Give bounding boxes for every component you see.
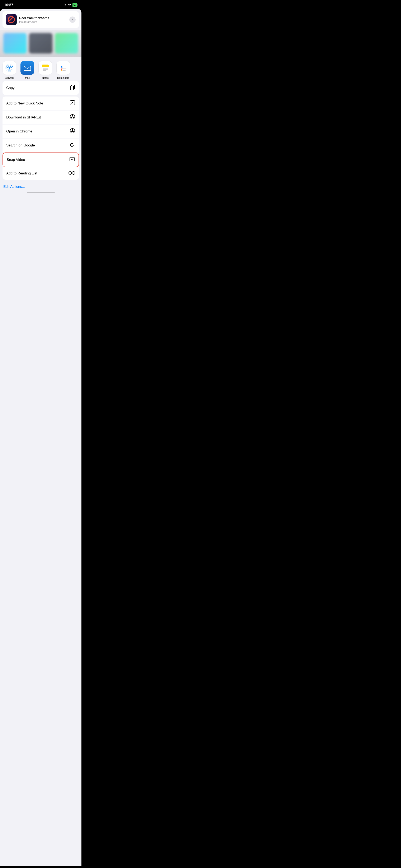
google-label: Search on Google <box>6 143 35 148</box>
preview-thumb-2 <box>29 33 52 54</box>
reading-list-label: Add to Reading List <box>6 171 37 176</box>
battery-indicator: 69 <box>72 3 77 7</box>
airplane-icon: ✈ <box>64 3 66 7</box>
reminders-label: Reminders <box>57 76 69 80</box>
reminders-icon <box>56 61 70 75</box>
notes-label: Notes <box>42 76 49 80</box>
svg-text:G: G <box>70 142 74 148</box>
svg-point-16 <box>61 68 62 69</box>
close-button[interactable]: ✕ <box>69 17 75 23</box>
google-icon: G <box>70 142 75 149</box>
mail-icon <box>21 61 34 75</box>
svg-line-30 <box>71 116 72 117</box>
snap-video-icon <box>69 156 75 163</box>
action-group-1: Copy <box>2 81 79 95</box>
reading-list-icon <box>68 171 75 176</box>
mail-label: Mail <box>25 76 30 80</box>
svg-point-40 <box>69 172 72 175</box>
svg-point-41 <box>72 172 75 175</box>
shareit-icon <box>70 114 75 121</box>
preview-thumb-1 <box>3 33 27 54</box>
svg-point-0 <box>69 5 70 6</box>
preview-thumb-3 <box>55 33 78 54</box>
quick-note-action[interactable]: Add to New Quick Note <box>2 96 79 111</box>
reading-list-action[interactable]: Add to Reading List <box>2 167 79 180</box>
svg-line-36 <box>73 131 74 132</box>
share-title: Reel from thezoomit <box>19 16 67 20</box>
status-bar: 16:57 ✈ 69 <box>0 0 82 9</box>
preview-area <box>0 30 82 57</box>
home-bar <box>27 192 55 193</box>
svg-line-35 <box>70 131 72 132</box>
action-group-2: Add to New Quick Note Download in SHAREi… <box>2 96 79 180</box>
copy-icon <box>70 85 75 91</box>
share-header: Reel from thezoomit instagram.com ✕ <box>2 11 79 28</box>
shareit-action[interactable]: Download in SHAREit <box>2 111 79 125</box>
airdrop-icon <box>2 61 16 75</box>
close-icon: ✕ <box>71 18 74 21</box>
quick-note-label: Add to New Quick Note <box>6 101 43 105</box>
svg-point-27 <box>72 115 73 116</box>
share-url: instagram.com <box>19 20 67 23</box>
svg-rect-23 <box>70 86 73 90</box>
share-info: Reel from thezoomit instagram.com <box>19 16 67 23</box>
notes-icon <box>38 61 52 75</box>
apps-row: AirDrop Mail <box>0 59 82 81</box>
airdrop-label: AirDrop <box>5 76 14 80</box>
svg-point-18 <box>61 70 62 71</box>
chrome-action[interactable]: Open in Chrome <box>2 125 79 138</box>
svg-rect-8 <box>42 66 49 67</box>
edit-actions[interactable]: Edit Actions... <box>0 181 82 190</box>
edit-actions-label: Edit Actions... <box>3 185 25 189</box>
share-sheet: Reel from thezoomit instagram.com ✕ <box>0 9 82 866</box>
google-action[interactable]: Search on Google G <box>2 138 79 153</box>
shareit-label: Download in SHAREit <box>6 115 41 120</box>
app-item-notes[interactable]: Notes <box>38 61 52 80</box>
no-sign-icon <box>8 16 15 23</box>
snap-video-label: Snap Video <box>7 158 25 162</box>
app-item-mail[interactable]: Mail <box>21 61 34 80</box>
content-thumbnail <box>6 14 17 25</box>
status-icons: ✈ 69 <box>64 3 77 7</box>
actions-section: Copy Add to New Quick Note <box>0 81 82 180</box>
app-item-airdrop[interactable]: AirDrop <box>2 61 16 80</box>
snap-video-action[interactable]: Snap Video <box>2 153 79 167</box>
app-item-reminders[interactable]: Reminders <box>56 61 70 80</box>
copy-label: Copy <box>6 86 14 90</box>
quick-note-icon <box>70 100 75 107</box>
home-indicator <box>0 190 82 196</box>
chrome-icon <box>70 128 75 135</box>
chrome-label: Open in Chrome <box>6 129 32 133</box>
svg-line-31 <box>72 116 73 117</box>
time-display: 16:57 <box>4 3 13 7</box>
wifi-icon <box>68 3 71 7</box>
svg-point-14 <box>61 67 62 67</box>
copy-action[interactable]: Copy <box>2 81 79 95</box>
